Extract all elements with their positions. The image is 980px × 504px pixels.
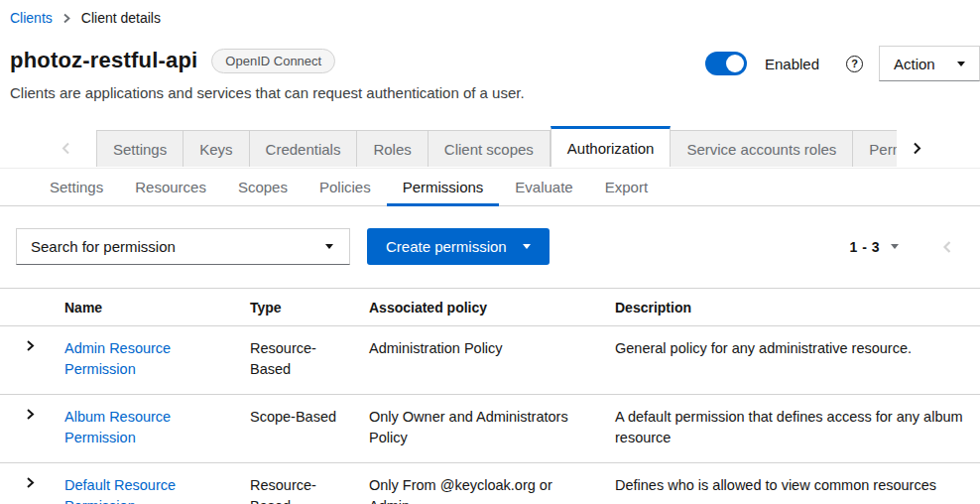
row-expand-button[interactable] bbox=[0, 326, 49, 394]
header-controls: Enabled ? Action bbox=[705, 46, 980, 81]
page-subtitle: Clients are applications and services th… bbox=[10, 84, 525, 101]
tab-settings[interactable]: Settings bbox=[96, 130, 184, 167]
search-permission-label: Search for permission bbox=[31, 238, 176, 255]
column-header-associated-policy: Associated policy bbox=[353, 289, 599, 325]
subtab-resources[interactable]: Resources bbox=[119, 169, 222, 205]
tab-credentials[interactable]: Credentials bbox=[250, 130, 358, 167]
subtab-permissions[interactable]: Permissions bbox=[387, 169, 500, 205]
permission-name-link[interactable]: Admin Resource Permission bbox=[64, 340, 171, 377]
table-row: Album Resource Permission Scope-Based On… bbox=[0, 395, 980, 463]
permission-name-cell: Default Resource Permission bbox=[49, 463, 234, 504]
enabled-label: Enabled bbox=[765, 56, 819, 72]
associated-policy-cell: Administration Policy bbox=[353, 326, 599, 394]
subtab-evaluate[interactable]: Evaluate bbox=[499, 169, 588, 205]
client-tabs: Settings Keys Credentials Roles Client s… bbox=[0, 126, 980, 167]
create-permission-label: Create permission bbox=[386, 238, 507, 255]
permission-name-link[interactable]: Default Resource Permission bbox=[64, 477, 176, 504]
row-expand-button[interactable] bbox=[0, 395, 49, 462]
table-row: Admin Resource Permission Resource-Based… bbox=[0, 326, 980, 395]
caret-down-icon bbox=[957, 62, 965, 66]
caret-down-icon bbox=[325, 244, 333, 249]
help-icon[interactable]: ? bbox=[846, 56, 863, 72]
client-details-page: Clients Client details photoz-restful-ap… bbox=[0, 0, 980, 504]
search-permission-dropdown[interactable]: Search for permission bbox=[16, 228, 350, 265]
column-header-type: Type bbox=[234, 289, 353, 325]
associated-policy-cell: Only Owner and Administrators Policy bbox=[353, 395, 599, 462]
action-dropdown-label: Action bbox=[894, 56, 935, 72]
page-title: photoz-restful-api bbox=[10, 48, 197, 73]
column-header-description: Description bbox=[599, 289, 980, 325]
permission-name-cell: Admin Resource Permission bbox=[49, 326, 234, 394]
tab-scroll-left-button[interactable] bbox=[0, 130, 96, 167]
breadcrumb-current: Client details bbox=[81, 10, 161, 26]
table-row: Default Resource Permission Resource-Bas… bbox=[0, 463, 980, 504]
caret-down-icon bbox=[523, 244, 531, 249]
tab-roles[interactable]: Roles bbox=[357, 130, 428, 167]
create-permission-button[interactable]: Create permission bbox=[367, 228, 550, 265]
table-body: Admin Resource Permission Resource-Based… bbox=[0, 326, 980, 504]
description-cell: General policy for any administrative re… bbox=[599, 326, 980, 394]
pagination-prev-button[interactable] bbox=[942, 240, 952, 254]
permission-type-cell: Scope-Based bbox=[234, 395, 353, 462]
enabled-toggle[interactable] bbox=[705, 52, 747, 75]
action-dropdown[interactable]: Action bbox=[879, 46, 980, 81]
page-header: photoz-restful-api OpenID Connect bbox=[10, 48, 335, 73]
pagination-range-dropdown[interactable]: 1 - 3 bbox=[849, 239, 899, 255]
column-header-name: Name bbox=[49, 289, 234, 325]
permissions-toolbar: Search for permission Create permission … bbox=[0, 228, 980, 265]
subtab-scopes[interactable]: Scopes bbox=[222, 169, 304, 205]
toggle-knob bbox=[726, 55, 744, 72]
pagination-range-label: 1 - 3 bbox=[849, 239, 880, 255]
subtab-settings[interactable]: Settings bbox=[34, 169, 119, 205]
permissions-table: Name Type Associated policy Description … bbox=[0, 288, 980, 504]
breadcrumb-separator-icon bbox=[62, 13, 71, 24]
protocol-badge: OpenID Connect bbox=[211, 49, 335, 73]
description-cell: A default permission that defines access… bbox=[599, 395, 980, 462]
associated-policy-cell: Only From @keycloak.org or Admin bbox=[353, 463, 599, 504]
authorization-subtabs: Settings Resources Scopes Policies Permi… bbox=[0, 168, 980, 206]
permission-name-cell: Album Resource Permission bbox=[49, 395, 234, 462]
subtab-export[interactable]: Export bbox=[589, 169, 664, 205]
table-header-row: Name Type Associated policy Description bbox=[0, 288, 980, 326]
tab-keys[interactable]: Keys bbox=[184, 130, 249, 167]
breadcrumb: Clients Client details bbox=[10, 10, 161, 26]
caret-down-icon bbox=[891, 244, 899, 249]
row-expand-button[interactable] bbox=[0, 463, 49, 504]
tab-client-scopes[interactable]: Client scopes bbox=[429, 130, 551, 167]
tab-service-accounts-roles[interactable]: Service accounts roles bbox=[671, 130, 853, 167]
pagination: 1 - 3 bbox=[849, 239, 952, 255]
tab-scroll-right-button[interactable] bbox=[897, 130, 954, 167]
permission-name-link[interactable]: Album Resource Permission bbox=[64, 409, 171, 445]
permission-type-cell: Resource-Based bbox=[234, 463, 353, 504]
permission-type-cell: Resource-Based bbox=[234, 326, 353, 394]
subtab-policies[interactable]: Policies bbox=[304, 169, 387, 205]
tab-permissions[interactable]: Permissions bbox=[853, 130, 897, 167]
breadcrumb-link-clients[interactable]: Clients bbox=[10, 10, 53, 26]
tab-authorization[interactable]: Authorization bbox=[551, 126, 672, 167]
header-expand-spacer bbox=[0, 289, 49, 325]
description-cell: Defines who is allowed to view common re… bbox=[599, 463, 980, 504]
